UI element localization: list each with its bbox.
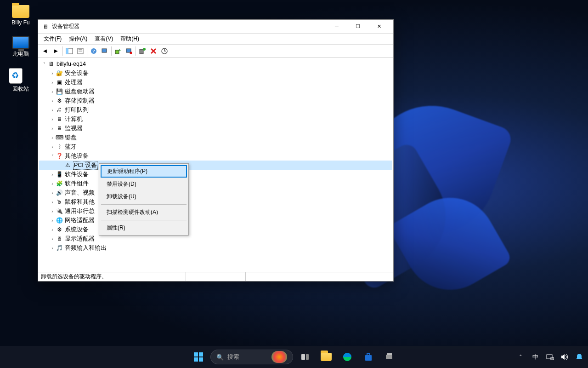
category-icon: 🖥 [56, 115, 63, 123]
svg-rect-10 [140, 49, 143, 54]
status-text: 卸载所选设备的驱动程序。 [38, 272, 186, 281]
window-titlebar[interactable]: 🖥 设备管理器 ─ ☐ ✕ [38, 20, 393, 34]
window-title: 设备管理器 [52, 23, 326, 30]
tree-node-label: billyfu-eq14 [57, 61, 86, 67]
tree-node-label: 显示适配器 [65, 235, 95, 243]
tree-category-node[interactable]: ›⌨键盘 [39, 133, 392, 142]
tree-node-label: 音频输入和输出 [65, 244, 107, 252]
menu-file[interactable]: 文件(F) [40, 34, 65, 44]
desktop-icon-this-pc[interactable]: 此电脑 [7, 36, 34, 58]
file-explorer-button[interactable] [317, 348, 335, 366]
add-legacy-hardware-button[interactable] [137, 46, 148, 57]
tree-node-label: 打印队列 [65, 106, 89, 114]
svg-rect-18 [387, 353, 392, 355]
devices-by-type-button[interactable] [159, 46, 170, 57]
app-icon: 🖥 [42, 23, 49, 30]
context-menu: 更新驱动程序(P)禁用设备(D)卸载设备(U)扫描检测硬件改动(A)属性(R) [99, 163, 189, 236]
tree-category-node[interactable]: ›▣处理器 [39, 78, 392, 87]
tree-category-node[interactable]: ›🖥计算机 [39, 115, 392, 124]
back-button[interactable]: ◄ [40, 46, 51, 57]
svg-text:?: ? [92, 49, 95, 53]
tree-category-node[interactable]: ›⚙系统设备 [39, 225, 392, 234]
tree-category-node[interactable]: ›🖨打印队列 [39, 105, 392, 115]
tree-category-node[interactable]: ›📱软件设备 [39, 170, 392, 179]
task-view-button[interactable] [296, 348, 314, 366]
ime-indicator[interactable]: 中 [530, 352, 540, 362]
disable-device-button[interactable] [124, 46, 135, 57]
svg-rect-19 [547, 355, 552, 359]
menu-bar: 文件(F) 操作(A) 查看(V) 帮助(H) [38, 34, 393, 45]
taskbar-app-button[interactable] [380, 348, 399, 366]
tree-root-node[interactable]: ˅🖥billyfu-eq14 [39, 59, 392, 69]
tree-category-node[interactable]: ›🔌通用串行总 [39, 207, 392, 216]
svg-rect-7 [102, 49, 107, 52]
tree-category-node[interactable]: ›🖱鼠标和其他 [39, 197, 392, 207]
category-icon: 🔐 [56, 69, 63, 77]
category-icon: 🖨 [56, 106, 63, 114]
start-button[interactable] [189, 348, 208, 366]
category-icon: ⚙ [56, 226, 63, 233]
maximize-button[interactable]: ☐ [347, 20, 368, 33]
desktop-icon-folder[interactable]: Billy Fu [7, 5, 34, 26]
update-driver-button[interactable] [113, 46, 124, 57]
close-button[interactable]: ✕ [368, 20, 390, 33]
tree-category-node[interactable]: ›🧩软件组件 [39, 179, 392, 188]
help-button[interactable]: ? [88, 46, 99, 57]
tree-category-node[interactable]: ›💾磁盘驱动器 [39, 87, 392, 96]
toolbar-separator [136, 46, 136, 56]
tree-category-node[interactable]: ›🖥显示适配器 [39, 234, 392, 243]
tree-node-label: 安全设备 [65, 69, 89, 77]
show-hide-console-button[interactable] [64, 46, 75, 57]
context-menu-item[interactable]: 禁用设备(D) [100, 178, 187, 190]
category-icon: ᛒ [56, 143, 63, 150]
tree-category-node[interactable]: ›🔊声音、视频 [39, 188, 392, 197]
tree-category-node[interactable]: ›🔐安全设备 [39, 69, 392, 78]
tree-node-label: 系统设备 [65, 226, 89, 234]
category-icon: 🔊 [56, 189, 63, 196]
desktop-icon-recycle-bin[interactable]: 回收站 [7, 68, 34, 93]
menu-help[interactable]: 帮助(H) [117, 34, 143, 44]
menu-action[interactable]: 操作(A) [65, 34, 91, 44]
scan-hardware-button[interactable] [99, 46, 110, 57]
tree-node-label: 鼠标和其他 [65, 198, 95, 206]
svg-rect-17 [386, 355, 392, 359]
search-icon: 🔍 [216, 354, 224, 361]
tree-category-node[interactable]: ›⚙存储控制器 [39, 96, 392, 105]
category-icon: 🖱 [56, 198, 63, 206]
notifications-icon[interactable] [574, 352, 584, 362]
tree-node-label: 存储控制器 [65, 97, 95, 105]
tree-category-node[interactable]: ˅❓其他设备 [39, 151, 392, 161]
context-menu-separator [101, 220, 187, 220]
tree-node-label: 软件设备 [65, 171, 89, 178]
forward-button[interactable]: ► [51, 46, 62, 57]
tree-category-node[interactable]: ›🎵音频输入和输出 [39, 243, 392, 253]
context-menu-item[interactable]: 卸载设备(U) [100, 190, 187, 203]
tree-category-node[interactable]: ›🌐网络适配器 [39, 216, 392, 225]
minimize-button[interactable]: ─ [326, 20, 347, 33]
tree-node-label: 计算机 [65, 115, 83, 123]
store-button[interactable] [359, 348, 378, 366]
tree-node-label: 监视器 [65, 125, 83, 132]
uninstall-button[interactable] [148, 46, 159, 57]
device-tree[interactable]: ˅🖥billyfu-eq14›🔐安全设备›▣处理器›💾磁盘驱动器›⚙存储控制器›… [38, 58, 393, 272]
device-manager-window: 🖥 设备管理器 ─ ☐ ✕ 文件(F) 操作(A) 查看(V) 帮助(H) ◄ … [38, 19, 394, 282]
tree-node-label: 其他设备 [65, 152, 89, 160]
category-icon: ⚙ [56, 97, 63, 104]
category-icon: 🖥 [56, 235, 63, 242]
edge-button[interactable] [338, 348, 356, 366]
tree-category-node[interactable]: ›ᛒ蓝牙 [39, 142, 392, 151]
tree-category-node[interactable]: ›🖥监视器 [39, 124, 392, 133]
tree-device-node[interactable]: ⚠PCI 设备 [39, 161, 392, 170]
menu-view[interactable]: 查看(V) [91, 34, 117, 44]
context-menu-item[interactable]: 属性(R) [100, 222, 187, 234]
toolbar-separator [87, 46, 87, 56]
context-menu-item[interactable]: 扫描检测硬件改动(A) [100, 206, 187, 218]
volume-icon[interactable] [560, 352, 570, 362]
taskbar-search[interactable]: 🔍 搜索 [210, 350, 293, 364]
network-icon[interactable] [545, 352, 555, 362]
tray-chevron-icon[interactable]: ˄ [515, 352, 526, 362]
search-decoration [271, 351, 287, 363]
properties-button[interactable] [75, 46, 86, 57]
context-menu-item[interactable]: 更新驱动程序(P) [101, 165, 187, 178]
status-cell [246, 272, 394, 281]
